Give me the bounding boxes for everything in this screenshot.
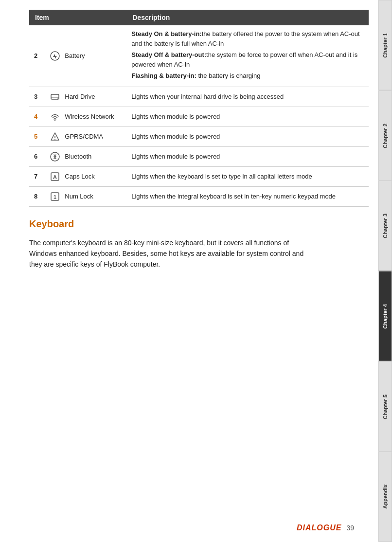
row-num: 2: [29, 25, 44, 87]
sidebar-item-chapter1[interactable]: Chapter 1: [378, 0, 392, 90]
row-description: Lights when the keyboard is set to type …: [126, 166, 369, 186]
row-description: Lights when your internal hard drive is …: [126, 87, 369, 107]
table-row: 6 Bluetooth Lights when mo: [29, 146, 369, 166]
side-tabs: Chapter 1 Chapter 2 Chapter 3 Chapter 4 …: [378, 0, 392, 542]
sidebar-item-chapter2[interactable]: Chapter 2: [378, 90, 392, 181]
num-lock-icon: 1: [49, 191, 61, 202]
svg-point-4: [54, 119, 55, 120]
gprs-icon: [49, 131, 61, 143]
svg-text:1: 1: [53, 194, 56, 200]
keyboard-section-title: Keyboard: [29, 218, 369, 230]
sidebar-item-chapter5[interactable]: Chapter 5: [378, 361, 392, 452]
row-item-label: Battery: [65, 52, 85, 59]
header-item: Item: [29, 10, 126, 25]
row-item-label: Wireless Network: [65, 113, 114, 120]
main-table: Item Description 2: [29, 10, 369, 207]
row-num: 4: [29, 107, 44, 126]
row-description: Lights when module is powered: [126, 107, 369, 126]
wireless-icon: [49, 111, 61, 123]
row-item: Hard Drive: [44, 87, 126, 107]
keyboard-section-body: The computer's keyboard is an 80-key min…: [29, 237, 311, 270]
row-description: Steady On & battery-in:the battery offer…: [126, 25, 369, 87]
table-row: 4 Wireless Network: [29, 107, 369, 126]
row-item-label: Bluetooth: [65, 153, 91, 160]
row-num: 3: [29, 87, 44, 107]
bluetooth-icon: [49, 151, 61, 163]
svg-point-7: [54, 139, 55, 140]
page-wrapper: Item Description 2: [0, 0, 392, 542]
page-footer: DIALOGUE 39: [297, 524, 354, 532]
sidebar-item-chapter3[interactable]: Chapter 3: [378, 181, 392, 271]
page-number: 39: [346, 524, 354, 532]
header-description: Description: [126, 10, 369, 25]
row-num: 7: [29, 166, 44, 186]
battery-icon: [49, 50, 61, 62]
table-row: 8 1 Num Lock Lights when th: [29, 186, 369, 206]
row-description: Lights when the integral keyboard is set…: [126, 186, 369, 206]
row-item: Battery: [44, 25, 126, 87]
main-content: Item Description 2: [0, 0, 378, 542]
table-row: 7 A Caps Lock Lights when t: [29, 166, 369, 186]
row-item: 1 Num Lock: [44, 186, 126, 206]
hard-drive-icon: [49, 91, 61, 103]
svg-point-8: [51, 152, 59, 161]
row-num: 6: [29, 146, 44, 166]
row-item-label: Caps Lock: [65, 173, 94, 180]
table-row: 5 GPRS/CDMA: [29, 126, 369, 146]
row-item: GPRS/CDMA: [44, 126, 126, 146]
table-row: 2 Battery: [29, 25, 369, 87]
row-item-label: Hard Drive: [65, 93, 95, 100]
row-item: Wireless Network: [44, 107, 126, 126]
sidebar-item-appendix[interactable]: Appendix: [378, 452, 392, 542]
row-description: Lights when module is powered: [126, 126, 369, 146]
row-description: Lights when module is powered: [126, 146, 369, 166]
row-num: 5: [29, 126, 44, 146]
row-item: Bluetooth: [44, 146, 126, 166]
table-header-row: Item Description: [29, 10, 369, 25]
svg-text:A: A: [53, 174, 57, 180]
row-item: A Caps Lock: [44, 166, 126, 186]
row-item-label: GPRS/CDMA: [65, 133, 103, 140]
sidebar-item-chapter4[interactable]: Chapter 4: [378, 271, 392, 361]
row-item-label: Num Lock: [65, 193, 93, 200]
svg-rect-1: [51, 94, 59, 99]
caps-lock-icon: A: [49, 171, 61, 182]
row-num: 8: [29, 186, 44, 206]
svg-point-3: [57, 98, 58, 99]
brand-logo: DIALOGUE: [297, 524, 341, 532]
table-row: 3 Hard Drive: [29, 87, 369, 107]
